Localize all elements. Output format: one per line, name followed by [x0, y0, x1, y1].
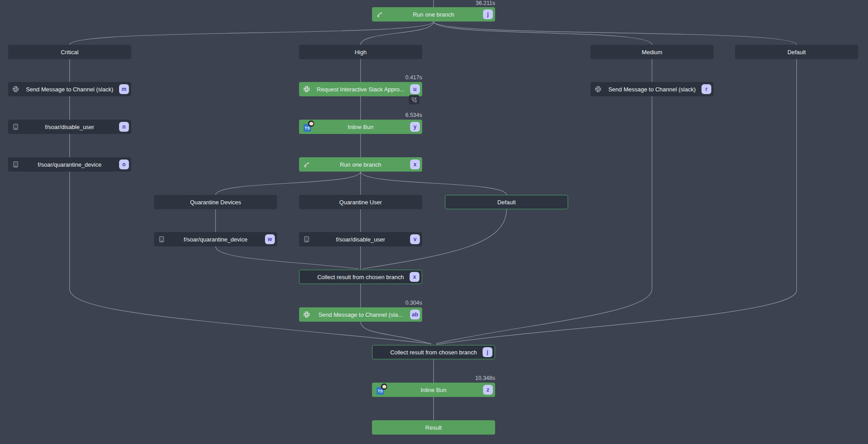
- timing-label: 0.304s: [299, 300, 422, 306]
- branch-header-label: Quarantine Devices: [190, 199, 241, 206]
- node-label: Inline Bun: [421, 387, 447, 393]
- node-label: Send Message to Channel (slack): [608, 86, 696, 93]
- branch-header-label: Default: [497, 199, 516, 206]
- building-icon: [13, 161, 19, 168]
- node-badge: u: [410, 84, 420, 94]
- node-label: Inline Bun: [348, 124, 374, 130]
- branch-header-label: High: [355, 49, 367, 56]
- timing-label: 36.211s: [372, 0, 495, 6]
- branch-icon: [304, 161, 311, 168]
- node-badge: j: [483, 347, 492, 357]
- building-icon: [13, 124, 19, 130]
- node-send-message-critical[interactable]: Send Message to Channel (slack) m: [8, 82, 131, 96]
- node-label: Result: [425, 424, 442, 431]
- node-label: Collect result from chosen branch: [317, 274, 404, 280]
- node-run-one-branch-top[interactable]: Run one branch j: [372, 7, 495, 22]
- node-badge: o: [119, 159, 129, 169]
- node-badge: z: [483, 385, 493, 395]
- node-send-message-medium[interactable]: Send Message to Channel (slack) r: [590, 82, 714, 96]
- node-badge: w: [265, 234, 275, 244]
- branch-header-critical[interactable]: Critical: [8, 45, 131, 59]
- node-run-one-branch-x[interactable]: Run one branch x: [299, 157, 422, 172]
- branch-header-quarantine-user[interactable]: Quarantine User: [299, 195, 422, 209]
- branch-header-sub-default[interactable]: Default: [445, 195, 568, 209]
- branch-icon: [376, 11, 384, 18]
- node-badge: x: [410, 272, 419, 282]
- node-collect-result-x[interactable]: Collect result from chosen branch x: [299, 270, 422, 284]
- building-icon: [158, 236, 165, 242]
- node-badge: ab: [410, 310, 420, 319]
- typescript-bun-icon: TS: [304, 121, 318, 133]
- phone-incoming-icon: [409, 95, 419, 104]
- node-badge: r: [701, 84, 711, 94]
- node-collect-result-j[interactable]: Collect result from chosen branch j: [372, 345, 495, 359]
- branch-header-quarantine-devices[interactable]: Quarantine Devices: [154, 195, 277, 209]
- branch-header-medium[interactable]: Medium: [590, 45, 714, 59]
- node-label: Send Message to Channel (sla...: [318, 311, 403, 318]
- node-label: Collect result from chosen branch: [390, 349, 477, 356]
- node-inline-bun-z[interactable]: TS Inline Bun z: [372, 383, 495, 397]
- branch-header-label: Quarantine User: [339, 199, 382, 206]
- node-label: Run one branch: [413, 11, 454, 18]
- node-badge: m: [119, 84, 129, 94]
- slack-icon: [13, 86, 19, 92]
- slack-icon: [595, 86, 601, 92]
- timing-label: 0.417s: [299, 74, 422, 81]
- node-quarantine-device-critical[interactable]: f/soar/quarantine_device o: [8, 157, 131, 172]
- typescript-bun-icon: TS: [376, 384, 391, 396]
- node-label: Run one branch: [340, 161, 381, 168]
- node-label: f/soar/disable_user: [45, 124, 94, 130]
- node-request-slack-approval[interactable]: Request Interactive Slack Appro... u: [299, 82, 422, 96]
- node-badge: x: [410, 159, 420, 169]
- node-label: Request Interactive Slack Appro...: [317, 86, 405, 93]
- node-quarantine-device-w[interactable]: f/soar/quarantine_device w: [154, 232, 277, 246]
- branch-header-default[interactable]: Default: [735, 45, 858, 59]
- node-send-message-ab[interactable]: Send Message to Channel (sla... ab: [299, 307, 422, 322]
- node-badge: y: [410, 122, 420, 132]
- branch-header-label: Default: [787, 49, 806, 56]
- node-badge: n: [119, 122, 129, 132]
- node-result[interactable]: Result: [372, 420, 495, 435]
- node-label: f/soar/disable_user: [336, 236, 385, 243]
- node-label: Send Message to Channel (slack): [26, 86, 113, 93]
- node-badge: j: [483, 9, 493, 19]
- timing-label: 6.534s: [299, 112, 422, 118]
- node-label: f/soar/quarantine_device: [184, 236, 247, 243]
- node-inline-bun-y[interactable]: TS Inline Bun y: [299, 120, 422, 134]
- timing-label: 10.348s: [372, 375, 495, 381]
- branch-header-label: Medium: [641, 49, 662, 56]
- node-label: f/soar/quarantine_device: [38, 161, 101, 168]
- node-disable-user-critical[interactable]: f/soar/disable_user n: [8, 120, 131, 134]
- branch-header-label: Critical: [61, 49, 79, 56]
- workflow-graph-canvas: 36.211s 0.417s 6.534s 0.304s 10.348s Run…: [0, 0, 868, 444]
- node-disable-user-v[interactable]: f/soar/disable_user v: [299, 232, 422, 246]
- branch-header-high[interactable]: High: [299, 45, 422, 59]
- slack-icon: [304, 311, 310, 318]
- building-icon: [304, 236, 310, 242]
- node-badge: v: [410, 234, 420, 244]
- slack-icon: [304, 86, 310, 92]
